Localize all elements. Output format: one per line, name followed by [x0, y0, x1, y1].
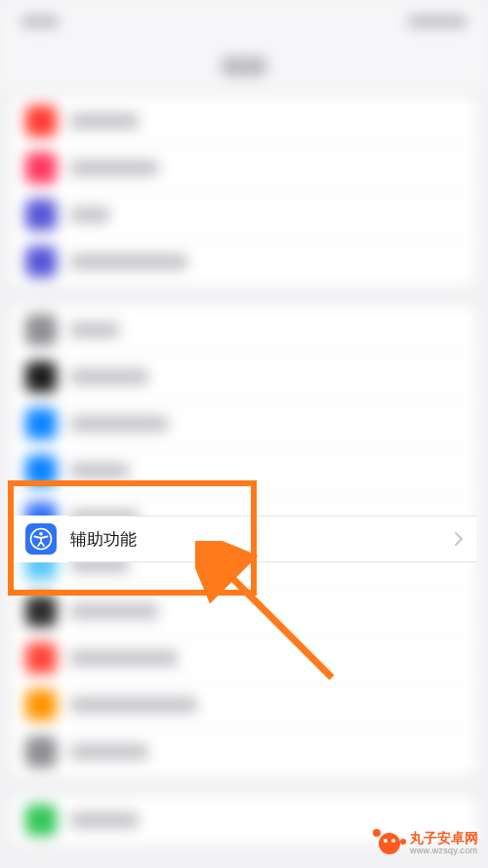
row-label	[70, 744, 148, 760]
svg-line-2	[215, 560, 332, 678]
settings-row[interactable]	[12, 728, 476, 775]
row-label	[70, 113, 139, 129]
watermark: 丸子安卓网 www.wzsqy.com	[373, 827, 478, 860]
settings-row[interactable]	[12, 191, 476, 238]
row-label	[70, 160, 158, 176]
chevron-right-icon	[455, 532, 463, 546]
settings-row[interactable]	[12, 400, 476, 447]
row-icon	[25, 361, 57, 393]
status-bar	[0, 0, 488, 43]
row-label	[70, 322, 119, 338]
settings-row[interactable]	[12, 635, 476, 682]
row-icon	[25, 152, 57, 184]
accessibility-label: 辅助功能	[70, 528, 455, 551]
row-label	[70, 650, 178, 666]
settings-row[interactable]	[12, 145, 476, 191]
row-icon	[25, 408, 57, 439]
row-label	[70, 369, 148, 385]
page-title	[222, 57, 266, 76]
row-label	[70, 697, 197, 713]
row-icon	[25, 805, 57, 836]
settings-group	[12, 98, 476, 285]
row-icon	[25, 105, 57, 137]
settings-row[interactable]	[12, 447, 476, 494]
row-label	[70, 463, 129, 478]
settings-row[interactable]	[12, 307, 476, 353]
page-header	[0, 43, 488, 90]
settings-list	[0, 98, 488, 844]
accessibility-row-wrapper: 辅助功能	[12, 516, 476, 562]
row-icon	[25, 689, 57, 721]
row-label	[70, 254, 187, 269]
blurred-background	[0, 0, 488, 868]
settings-group	[12, 797, 476, 844]
row-label	[70, 207, 109, 223]
annotation-arrow	[195, 541, 351, 697]
watermark-title: 丸子安卓网	[410, 831, 478, 846]
settings-row[interactable]	[12, 353, 476, 400]
row-icon	[25, 642, 57, 674]
settings-row[interactable]	[12, 682, 476, 728]
row-label	[70, 812, 139, 828]
settings-row[interactable]	[12, 238, 476, 285]
watermark-logo-icon	[373, 827, 406, 860]
svg-point-1	[39, 532, 43, 536]
row-label	[70, 603, 158, 619]
accessibility-row[interactable]: 辅助功能	[12, 516, 476, 562]
row-icon	[25, 596, 57, 627]
watermark-url: www.wzsqy.com	[410, 847, 478, 856]
row-icon	[25, 199, 57, 230]
settings-row[interactable]	[12, 797, 476, 844]
row-label	[70, 416, 168, 432]
settings-row[interactable]	[12, 98, 476, 145]
accessibility-icon	[25, 523, 57, 555]
row-icon	[25, 314, 57, 346]
row-icon	[25, 455, 57, 486]
row-icon	[25, 736, 57, 767]
row-icon	[25, 246, 57, 277]
settings-row[interactable]	[12, 588, 476, 635]
